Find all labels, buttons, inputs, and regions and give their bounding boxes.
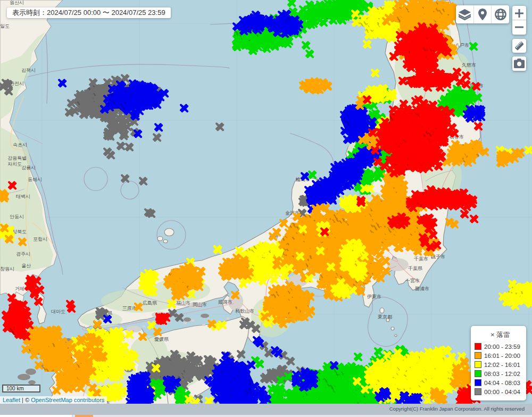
svg-text:창원시: 창원시: [0, 266, 14, 272]
svg-text:태백시: 태백시: [16, 194, 30, 199]
svg-text:동해시: 동해시: [28, 177, 42, 182]
svg-text:경주시: 경주시: [16, 251, 30, 257]
svg-text:자치도: 자치도: [7, 161, 22, 167]
svg-text:김책시: 김책시: [21, 68, 36, 73]
svg-text:포항시: 포항시: [33, 236, 47, 242]
svg-text:울산: 울산: [21, 263, 31, 268]
svg-text:伊東市: 伊東市: [367, 294, 381, 299]
svg-text:福山市: 福山市: [176, 300, 190, 306]
svg-text:一宮市: 一宮市: [405, 278, 420, 283]
svg-text:千葉市: 千葉市: [414, 256, 428, 261]
svg-text:일도: 일도: [0, 23, 10, 29]
svg-text:勝浦市: 勝浦市: [415, 286, 429, 291]
svg-text:원산시: 원산시: [10, 0, 24, 5]
svg-text:姫路市: 姫路市: [218, 299, 232, 305]
svg-text:久慈市: 久慈市: [462, 62, 476, 68]
svg-text:愛媛県: 愛媛県: [154, 337, 169, 342]
svg-text:강원특별: 강원특별: [7, 156, 27, 161]
svg-text:広島県: 広島県: [143, 300, 157, 306]
svg-text:강릉시: 강릉시: [21, 165, 36, 170]
svg-text:和歌山市: 和歌山市: [235, 308, 254, 314]
svg-text:안동시: 안동시: [10, 214, 24, 219]
svg-text:속초시: 속초시: [13, 142, 27, 148]
svg-text:東京都: 東京都: [378, 314, 392, 320]
svg-text:岡山市: 岡山市: [193, 302, 207, 307]
svg-text:千葉県: 千葉県: [408, 266, 422, 271]
svg-text:대마도: 대마도: [51, 309, 65, 314]
